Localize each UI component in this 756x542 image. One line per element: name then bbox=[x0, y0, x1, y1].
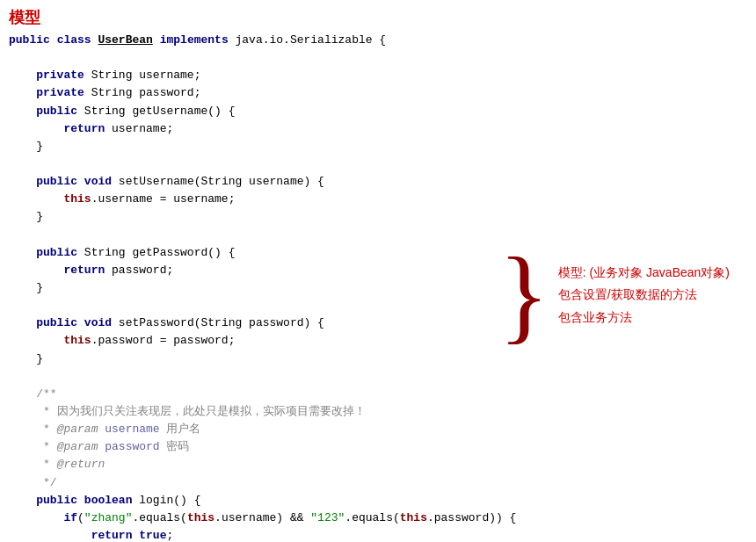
line-javadoc-close: */ bbox=[9, 474, 747, 492]
line-setUsername-close: } bbox=[9, 208, 747, 226]
line-getUsername-close: } bbox=[9, 138, 747, 155]
line-login-return-true: return true; bbox=[9, 527, 747, 542]
line-setUsername-sig: public void setUsername(String username)… bbox=[9, 173, 747, 191]
line-field-username: private String username; bbox=[9, 67, 747, 84]
brace-icon: } bbox=[498, 242, 549, 348]
line-blank2 bbox=[9, 155, 747, 173]
line-setUsername-body: this.username = username; bbox=[9, 191, 747, 208]
line-javadoc-return: * @return bbox=[9, 456, 747, 473]
line-field-password: private String password; bbox=[9, 84, 747, 102]
line-login-sig: public boolean login() { bbox=[9, 492, 747, 509]
code-area: public class UserBean implements java.io… bbox=[9, 32, 747, 542]
line-javadoc-param2: * @param password 密码 bbox=[9, 438, 747, 456]
line-javadoc-open: /** bbox=[9, 386, 747, 403]
annotation-line2: 包含设置/获取数据的方法 bbox=[558, 284, 730, 306]
line-javadoc-param1: * @param username 用户名 bbox=[9, 421, 747, 438]
line-getUsername-body: return username; bbox=[9, 120, 747, 138]
line-blank3 bbox=[9, 227, 747, 244]
line-login-if: if("zhang".equals(this.username) && "123… bbox=[9, 509, 747, 527]
line-setPassword-close: } bbox=[9, 350, 747, 368]
annotation-line3: 包含业务方法 bbox=[558, 307, 730, 329]
annotation-container: } 模型: (业务对象 JavaBean对象) 包含设置/获取数据的方法 包含业… bbox=[498, 242, 730, 348]
annotation-text: 模型: (业务对象 JavaBean对象) 包含设置/获取数据的方法 包含业务方… bbox=[558, 262, 730, 329]
annotation-line1: 模型: (业务对象 JavaBean对象) bbox=[558, 262, 730, 284]
line-blank1 bbox=[9, 49, 747, 67]
page-title: 模型 bbox=[9, 7, 747, 28]
line-class-decl: public class UserBean implements java.io… bbox=[9, 32, 747, 49]
line-javadoc-comment: * 因为我们只关注表现层，此处只是模拟，实际项目需要改掉！ bbox=[9, 403, 747, 421]
line-getUsername-sig: public String getUsername() { bbox=[9, 103, 747, 120]
line-blank5 bbox=[9, 368, 747, 386]
